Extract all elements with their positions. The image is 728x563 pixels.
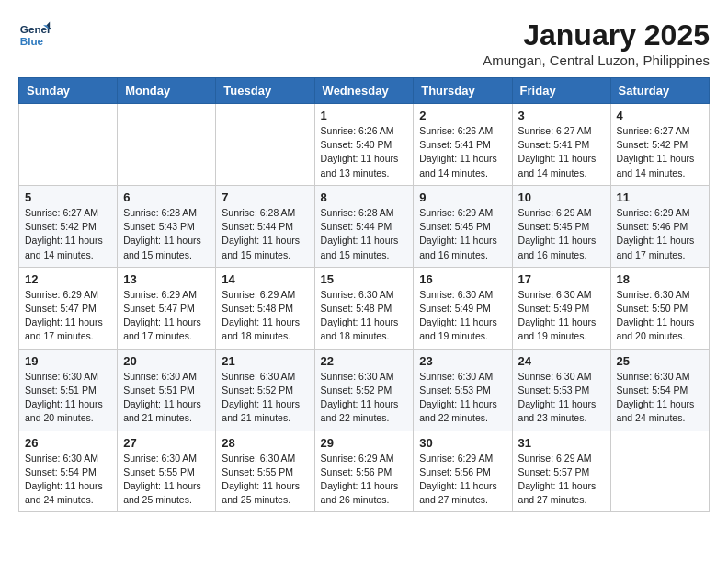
calendar-day-cell: 9Sunrise: 6:29 AM Sunset: 5:45 PM Daylig… — [414, 185, 512, 267]
day-number: 12 — [25, 272, 111, 286]
calendar-day-cell: 5Sunrise: 6:27 AM Sunset: 5:42 PM Daylig… — [19, 185, 118, 267]
weekday-header-saturday: Saturday — [610, 78, 709, 104]
day-number: 31 — [518, 436, 605, 450]
day-number: 20 — [123, 354, 210, 368]
calendar-day-cell: 14Sunrise: 6:29 AM Sunset: 5:48 PM Dayli… — [216, 267, 314, 349]
calendar-day-cell: 21Sunrise: 6:30 AM Sunset: 5:52 PM Dayli… — [216, 349, 314, 431]
day-number: 29 — [321, 436, 408, 450]
day-number: 23 — [419, 354, 506, 368]
calendar-day-cell: 10Sunrise: 6:29 AM Sunset: 5:45 PM Dayli… — [512, 185, 610, 267]
day-number: 16 — [419, 272, 506, 286]
day-info: Sunrise: 6:30 AM Sunset: 5:55 PM Dayligh… — [222, 452, 308, 508]
day-number: 3 — [518, 109, 605, 122]
calendar-day-cell: 4Sunrise: 6:27 AM Sunset: 5:42 PM Daylig… — [610, 104, 709, 186]
calendar-day-cell: 12Sunrise: 6:29 AM Sunset: 5:47 PM Dayli… — [19, 267, 118, 349]
day-info: Sunrise: 6:30 AM Sunset: 5:51 PM Dayligh… — [25, 370, 111, 426]
title-section: January 2025 Amungan, Central Luzon, Phi… — [483, 18, 710, 68]
day-info: Sunrise: 6:30 AM Sunset: 5:51 PM Dayligh… — [123, 370, 210, 426]
calendar-week-row: 1Sunrise: 6:26 AM Sunset: 5:40 PM Daylig… — [19, 104, 710, 186]
calendar-day-cell: 16Sunrise: 6:30 AM Sunset: 5:49 PM Dayli… — [414, 267, 512, 349]
calendar-day-cell: 30Sunrise: 6:29 AM Sunset: 5:56 PM Dayli… — [414, 431, 512, 512]
day-info: Sunrise: 6:29 AM Sunset: 5:48 PM Dayligh… — [222, 288, 308, 344]
day-number: 11 — [617, 190, 703, 204]
day-info: Sunrise: 6:28 AM Sunset: 5:43 PM Dayligh… — [123, 206, 210, 262]
day-number: 13 — [123, 272, 210, 286]
day-info: Sunrise: 6:27 AM Sunset: 5:42 PM Dayligh… — [617, 124, 703, 180]
calendar-day-cell: 23Sunrise: 6:30 AM Sunset: 5:53 PM Dayli… — [414, 349, 512, 431]
weekday-header-thursday: Thursday — [414, 78, 512, 104]
day-number: 9 — [419, 190, 506, 204]
day-info: Sunrise: 6:29 AM Sunset: 5:47 PM Dayligh… — [123, 288, 210, 344]
day-number: 25 — [617, 354, 703, 368]
day-info: Sunrise: 6:30 AM Sunset: 5:50 PM Dayligh… — [617, 288, 703, 344]
calendar-day-cell: 26Sunrise: 6:30 AM Sunset: 5:54 PM Dayli… — [19, 431, 118, 512]
day-number: 18 — [617, 272, 703, 286]
page-header: General Blue January 2025 Amungan, Centr… — [18, 18, 710, 68]
day-number: 10 — [518, 190, 605, 204]
calendar-empty-cell — [19, 104, 118, 186]
svg-text:Blue: Blue — [20, 35, 44, 47]
weekday-header-monday: Monday — [118, 78, 216, 104]
logo-icon: General Blue — [18, 18, 51, 52]
calendar-day-cell: 2Sunrise: 6:26 AM Sunset: 5:41 PM Daylig… — [414, 104, 512, 186]
day-number: 30 — [419, 436, 506, 450]
calendar-empty-cell — [610, 431, 709, 512]
calendar-day-cell: 15Sunrise: 6:30 AM Sunset: 5:48 PM Dayli… — [314, 267, 414, 349]
day-info: Sunrise: 6:29 AM Sunset: 5:57 PM Dayligh… — [518, 452, 605, 508]
day-info: Sunrise: 6:30 AM Sunset: 5:53 PM Dayligh… — [419, 370, 506, 426]
day-info: Sunrise: 6:26 AM Sunset: 5:41 PM Dayligh… — [419, 124, 506, 180]
weekday-header-tuesday: Tuesday — [216, 78, 314, 104]
calendar-day-cell: 11Sunrise: 6:29 AM Sunset: 5:46 PM Dayli… — [610, 185, 709, 267]
calendar-day-cell: 27Sunrise: 6:30 AM Sunset: 5:55 PM Dayli… — [118, 431, 216, 512]
day-info: Sunrise: 6:30 AM Sunset: 5:54 PM Dayligh… — [617, 370, 703, 426]
calendar-day-cell: 18Sunrise: 6:30 AM Sunset: 5:50 PM Dayli… — [610, 267, 709, 349]
calendar-day-cell: 19Sunrise: 6:30 AM Sunset: 5:51 PM Dayli… — [19, 349, 118, 431]
day-number: 14 — [222, 272, 308, 286]
day-number: 27 — [123, 436, 210, 450]
weekday-header-wednesday: Wednesday — [314, 78, 414, 104]
day-info: Sunrise: 6:30 AM Sunset: 5:48 PM Dayligh… — [321, 288, 408, 344]
day-number: 15 — [321, 272, 408, 286]
day-info: Sunrise: 6:29 AM Sunset: 5:45 PM Dayligh… — [419, 206, 506, 262]
day-info: Sunrise: 6:27 AM Sunset: 5:41 PM Dayligh… — [518, 124, 605, 180]
calendar-day-cell: 25Sunrise: 6:30 AM Sunset: 5:54 PM Dayli… — [610, 349, 709, 431]
calendar-day-cell: 22Sunrise: 6:30 AM Sunset: 5:52 PM Dayli… — [314, 349, 414, 431]
calendar-week-row: 12Sunrise: 6:29 AM Sunset: 5:47 PM Dayli… — [19, 267, 710, 349]
calendar-empty-cell — [118, 104, 216, 186]
day-number: 26 — [25, 436, 111, 450]
day-number: 1 — [321, 109, 408, 122]
calendar-day-cell: 1Sunrise: 6:26 AM Sunset: 5:40 PM Daylig… — [314, 104, 414, 186]
day-info: Sunrise: 6:29 AM Sunset: 5:56 PM Dayligh… — [321, 452, 408, 508]
calendar-day-cell: 7Sunrise: 6:28 AM Sunset: 5:44 PM Daylig… — [216, 185, 314, 267]
day-info: Sunrise: 6:28 AM Sunset: 5:44 PM Dayligh… — [321, 206, 408, 262]
day-info: Sunrise: 6:30 AM Sunset: 5:52 PM Dayligh… — [321, 370, 408, 426]
day-info: Sunrise: 6:30 AM Sunset: 5:53 PM Dayligh… — [518, 370, 605, 426]
day-info: Sunrise: 6:27 AM Sunset: 5:42 PM Dayligh… — [25, 206, 111, 262]
calendar-day-cell: 24Sunrise: 6:30 AM Sunset: 5:53 PM Dayli… — [512, 349, 610, 431]
day-number: 24 — [518, 354, 605, 368]
calendar-day-cell: 13Sunrise: 6:29 AM Sunset: 5:47 PM Dayli… — [118, 267, 216, 349]
weekday-header-sunday: Sunday — [19, 78, 118, 104]
day-info: Sunrise: 6:29 AM Sunset: 5:47 PM Dayligh… — [25, 288, 111, 344]
logo: General Blue — [18, 18, 51, 52]
day-number: 28 — [222, 436, 308, 450]
calendar-day-cell: 31Sunrise: 6:29 AM Sunset: 5:57 PM Dayli… — [512, 431, 610, 512]
day-number: 4 — [617, 109, 703, 122]
day-info: Sunrise: 6:30 AM Sunset: 5:49 PM Dayligh… — [518, 288, 605, 344]
day-info: Sunrise: 6:30 AM Sunset: 5:52 PM Dayligh… — [222, 370, 308, 426]
calendar-empty-cell — [216, 104, 314, 186]
month-year-title: January 2025 — [483, 18, 710, 52]
calendar-day-cell: 8Sunrise: 6:28 AM Sunset: 5:44 PM Daylig… — [314, 185, 414, 267]
calendar-week-row: 26Sunrise: 6:30 AM Sunset: 5:54 PM Dayli… — [19, 431, 710, 512]
calendar-week-row: 5Sunrise: 6:27 AM Sunset: 5:42 PM Daylig… — [19, 185, 710, 267]
calendar-day-cell: 28Sunrise: 6:30 AM Sunset: 5:55 PM Dayli… — [216, 431, 314, 512]
day-info: Sunrise: 6:30 AM Sunset: 5:49 PM Dayligh… — [419, 288, 506, 344]
day-number: 5 — [25, 190, 111, 204]
day-number: 19 — [25, 354, 111, 368]
day-number: 22 — [321, 354, 408, 368]
calendar-table: SundayMondayTuesdayWednesdayThursdayFrid… — [18, 77, 710, 512]
day-info: Sunrise: 6:28 AM Sunset: 5:44 PM Dayligh… — [222, 206, 308, 262]
day-number: 21 — [222, 354, 308, 368]
day-number: 8 — [321, 190, 408, 204]
day-info: Sunrise: 6:26 AM Sunset: 5:40 PM Dayligh… — [321, 124, 408, 180]
